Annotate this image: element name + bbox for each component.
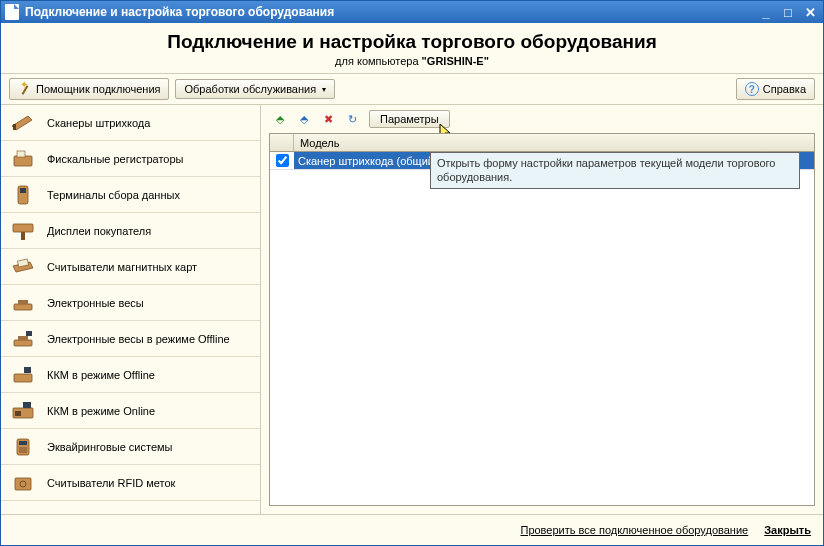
- scales-offline-icon: [9, 327, 37, 351]
- close-link[interactable]: Закрыть: [764, 524, 811, 536]
- rfid-reader-icon: [9, 471, 37, 495]
- page-title: Подключение и настройка торгового оборуд…: [1, 31, 823, 53]
- document-icon: [5, 4, 19, 20]
- svg-rect-12: [26, 331, 32, 336]
- sidebar-item-label: Считыватели RFID меток: [47, 477, 175, 489]
- main-content: Сканеры штрихкода Фискальные регистратор…: [1, 105, 823, 515]
- svg-rect-16: [23, 402, 31, 408]
- content-toolbar: ⬘ ⬘ ✖ ↻ Параметры: [261, 105, 823, 133]
- sidebar-item-fiscal-registers[interactable]: Фискальные регистраторы: [1, 141, 260, 177]
- sidebar-item-scales-offline[interactable]: Электронные весы в режиме Offline: [1, 321, 260, 357]
- sidebar-item-label: Электронные весы в режиме Offline: [47, 333, 230, 345]
- kkm-online-icon: [9, 399, 37, 423]
- sidebar-item-customer-displays[interactable]: Дисплеи покупателя: [1, 213, 260, 249]
- svg-rect-21: [15, 478, 31, 490]
- sidebar-item-acquiring[interactable]: Эквайринговые системы: [1, 429, 260, 465]
- svg-rect-5: [13, 224, 33, 232]
- footer: Проверить все подключенное оборудование …: [1, 515, 823, 545]
- fiscal-register-icon: [9, 147, 37, 171]
- parameters-button[interactable]: Параметры: [369, 110, 450, 128]
- add-button[interactable]: ⬘: [269, 109, 291, 129]
- sidebar-item-label: Электронные весы: [47, 297, 144, 309]
- svg-rect-8: [14, 304, 32, 310]
- refresh-button[interactable]: ↻: [341, 109, 363, 129]
- svg-rect-11: [18, 336, 28, 340]
- sidebar-item-scanners[interactable]: Сканеры штрихкода: [1, 105, 260, 141]
- edit-button[interactable]: ⬘: [293, 109, 315, 129]
- svg-rect-0: [13, 124, 16, 130]
- close-button[interactable]: ✕: [801, 4, 819, 20]
- sidebar-item-kkm-online[interactable]: ККМ в режиме Online: [1, 393, 260, 429]
- delete-button[interactable]: ✖: [317, 109, 339, 129]
- connection-assistant-button[interactable]: Помощник подключения: [9, 78, 169, 100]
- svg-rect-20: [19, 447, 27, 453]
- device-category-sidebar: Сканеры штрихкода Фискальные регистратор…: [1, 105, 261, 514]
- maximize-button[interactable]: □: [779, 4, 797, 20]
- sidebar-item-label: Дисплеи покупателя: [47, 225, 151, 237]
- svg-rect-6: [21, 232, 25, 240]
- sidebar-item-label: Эквайринговые системы: [47, 441, 173, 453]
- acquiring-icon: [9, 435, 37, 459]
- device-grid: Модель Сканер штрихкода (общий) Открыть …: [269, 133, 815, 506]
- page-header: Подключение и настройка торгового оборуд…: [1, 23, 823, 74]
- svg-rect-13: [14, 374, 32, 382]
- sidebar-item-kkm-offline[interactable]: ККМ в режиме Offline: [1, 357, 260, 393]
- svg-rect-19: [19, 441, 27, 445]
- minimize-button[interactable]: _: [757, 4, 775, 20]
- top-toolbar: Помощник подключения Обработки обслужива…: [1, 74, 823, 105]
- kkm-offline-icon: [9, 363, 37, 387]
- chevron-down-icon: ▾: [322, 85, 326, 94]
- svg-rect-14: [24, 367, 31, 373]
- sidebar-item-data-terminals[interactable]: Терминалы сбора данных: [1, 177, 260, 213]
- parameters-tooltip: Открыть форму настройки параметров текущ…: [430, 152, 800, 189]
- grid-checkbox-header: [270, 134, 294, 151]
- help-icon: ?: [745, 82, 759, 96]
- sidebar-item-electronic-scales[interactable]: Электронные весы: [1, 285, 260, 321]
- sidebar-item-label: Считыватели магнитных карт: [47, 261, 197, 273]
- sidebar-item-label: ККМ в режиме Offline: [47, 369, 155, 381]
- titlebar[interactable]: Подключение и настройка торгового оборуд…: [1, 1, 823, 23]
- sidebar-item-label: Фискальные регистраторы: [47, 153, 183, 165]
- customer-display-icon: [9, 219, 37, 243]
- sidebar-item-magnetic-readers[interactable]: Считыватели магнитных карт: [1, 249, 260, 285]
- svg-rect-17: [15, 411, 21, 416]
- magnetic-reader-icon: [9, 255, 37, 279]
- svg-rect-1: [14, 156, 32, 166]
- sidebar-item-rfid[interactable]: Считыватели RFID меток: [1, 465, 260, 501]
- svg-rect-10: [14, 340, 32, 346]
- wand-icon: [18, 82, 32, 96]
- row-checkbox-cell[interactable]: [270, 154, 294, 167]
- help-button[interactable]: ? Справка: [736, 78, 815, 100]
- barcode-scanner-icon: [9, 111, 37, 135]
- content-panel: ⬘ ⬘ ✖ ↻ Параметры Модель Сканер штрихкод…: [261, 105, 823, 514]
- main-window: Подключение и настройка торгового оборуд…: [0, 0, 824, 546]
- grid-column-model[interactable]: Модель: [294, 137, 345, 149]
- servicing-processes-dropdown[interactable]: Обработки обслуживания ▾: [175, 79, 335, 99]
- svg-rect-2: [17, 151, 25, 157]
- row-checkbox[interactable]: [276, 154, 289, 167]
- svg-rect-4: [20, 188, 26, 193]
- check-equipment-link[interactable]: Проверить все подключенное оборудование: [520, 524, 748, 536]
- data-terminal-icon: [9, 183, 37, 207]
- sidebar-item-label: Терминалы сбора данных: [47, 189, 180, 201]
- grid-header: Модель: [270, 134, 814, 152]
- sidebar-item-label: ККМ в режиме Online: [47, 405, 155, 417]
- scales-icon: [9, 291, 37, 315]
- sidebar-item-label: Сканеры штрихкода: [47, 117, 150, 129]
- page-subtitle: для компьютера "GRISHIN-E": [1, 55, 823, 67]
- window-title: Подключение и настройка торгового оборуд…: [25, 5, 757, 19]
- svg-rect-9: [18, 300, 28, 304]
